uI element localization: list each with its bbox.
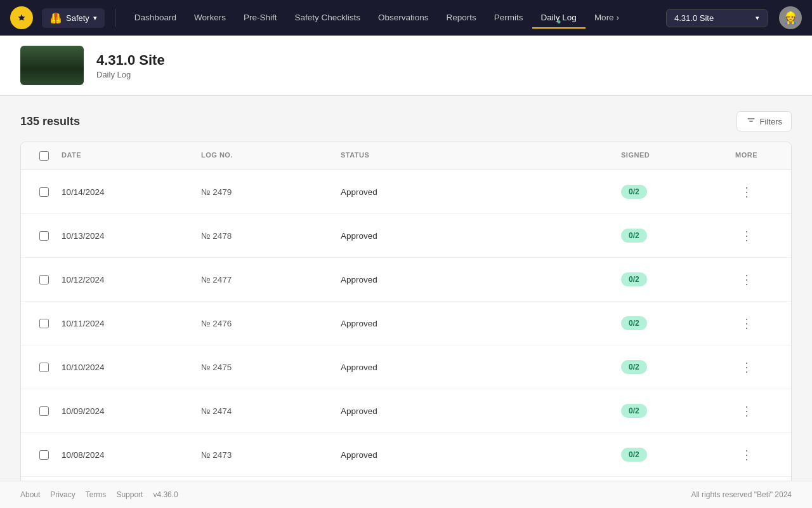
row-more-button[interactable]: ⋮: [735, 357, 758, 377]
signed-badge: 0/2: [621, 316, 647, 330]
header-signed: SIGNED: [616, 142, 730, 170]
row-signed: 0/2: [616, 305, 730, 342]
row-checkbox-cell: [31, 395, 56, 427]
header-date: DATE: [56, 142, 196, 170]
row-more-button[interactable]: ⋮: [735, 182, 758, 202]
nav-item-reports[interactable]: Reports: [438, 8, 485, 29]
nav-divider: [115, 9, 115, 27]
nav-item-dashboard[interactable]: Dashboard: [126, 8, 185, 29]
results-bar: 135 results Filters: [20, 111, 792, 131]
nav-item-more[interactable]: More ›: [586, 8, 628, 29]
site-name: 4.31.0 Site: [96, 52, 165, 69]
user-avatar[interactable]: 👷: [779, 6, 802, 29]
row-checkbox[interactable]: [39, 319, 49, 328]
footer-support[interactable]: Support: [116, 490, 143, 499]
row-status: Approved: [336, 220, 616, 252]
header-checkbox-cell: [31, 142, 56, 170]
row-more-button[interactable]: ⋮: [735, 269, 758, 290]
site-selector[interactable]: 4.31.0 Site ▾: [666, 9, 768, 27]
row-signed: 0/2: [616, 261, 730, 298]
filters-icon: [746, 116, 756, 126]
row-status: Approved: [336, 307, 616, 340]
row-signed: 0/2: [616, 173, 730, 210]
signed-badge: 0/2: [621, 229, 647, 243]
table-header: DATE LOG NO. STATUS SIGNED MORE: [21, 142, 791, 170]
site-selector-label: 4.31.0 Site: [674, 13, 714, 23]
row-date: 10/10/2024: [56, 351, 196, 384]
nav-item-observations[interactable]: Observations: [369, 8, 438, 29]
row-more-button[interactable]: ⋮: [735, 313, 758, 333]
row-more-cell: ⋮: [730, 389, 781, 432]
table-row[interactable]: 10/08/2024 № 2473 Approved 0/2 ⋮: [21, 433, 791, 477]
footer-about[interactable]: About: [20, 490, 40, 499]
row-more-cell: ⋮: [730, 345, 781, 389]
app-logo[interactable]: [10, 6, 33, 29]
site-thumbnail: [20, 46, 84, 85]
select-all-checkbox[interactable]: [39, 151, 49, 161]
module-selector[interactable]: 🦺 Safety ▾: [42, 8, 105, 28]
footer-privacy[interactable]: Privacy: [50, 490, 75, 499]
chevron-down-icon: ▾: [93, 14, 97, 22]
row-signed: 0/2: [616, 392, 730, 429]
row-checkbox[interactable]: [39, 187, 49, 197]
row-log-no: № 2473: [196, 439, 336, 471]
site-info: 4.31.0 Site Daily Log: [96, 52, 165, 79]
table-row[interactable]: 10/11/2024 № 2476 Approved 0/2 ⋮: [21, 302, 791, 345]
row-checkbox[interactable]: [39, 363, 49, 372]
row-more-button[interactable]: ⋮: [735, 225, 758, 246]
table-row[interactable]: 10/13/2024 № 2478 Approved 0/2 ⋮: [21, 214, 791, 258]
row-status: Approved: [336, 439, 616, 471]
row-status: Approved: [336, 264, 616, 296]
row-more-cell: ⋮: [730, 258, 781, 301]
signed-badge: 0/2: [621, 272, 647, 286]
header-status: STATUS: [336, 142, 616, 170]
table-row[interactable]: 10/09/2024 № 2474 Approved 0/2 ⋮: [21, 389, 791, 433]
results-count: 135 results: [20, 115, 80, 128]
row-status: Approved: [336, 395, 616, 427]
row-checkbox[interactable]: [39, 231, 49, 241]
row-checkbox[interactable]: [39, 450, 49, 460]
footer-version: v4.36.0: [153, 490, 178, 499]
nav-item-preshift[interactable]: Pre-Shift: [235, 8, 286, 29]
row-date: 10/09/2024: [56, 395, 196, 427]
row-log-no: № 2475: [196, 351, 336, 384]
nav-item-permits[interactable]: Permits: [485, 8, 532, 29]
row-log-no: № 2479: [196, 176, 336, 208]
row-checkbox[interactable]: [39, 275, 49, 284]
safety-icon: 🦺: [49, 12, 62, 24]
row-more-cell: ⋮: [730, 214, 781, 257]
table-row[interactable]: 10/12/2024 № 2477 Approved 0/2 ⋮: [21, 258, 791, 302]
header-more: MORE: [730, 142, 781, 170]
row-status: Approved: [336, 176, 616, 208]
row-signed: 0/2: [616, 436, 730, 473]
row-more-button[interactable]: ⋮: [735, 444, 758, 465]
nav-item-workers[interactable]: Workers: [185, 8, 235, 29]
row-more-button[interactable]: ⋮: [735, 401, 758, 421]
top-navigation: 🦺 Safety ▾ Dashboard Workers Pre-Shift S…: [0, 0, 812, 36]
signed-badge: 0/2: [621, 404, 647, 418]
site-thumbnail-image: [20, 46, 84, 85]
footer-terms[interactable]: Terms: [86, 490, 107, 499]
filters-label: Filters: [760, 117, 782, 126]
row-more-cell: ⋮: [730, 170, 781, 213]
row-checkbox[interactable]: [39, 406, 49, 416]
row-log-no: № 2477: [196, 264, 336, 296]
daily-log-table: DATE LOG NO. STATUS SIGNED MORE 10/14/20…: [20, 142, 792, 508]
page-footer: About Privacy Terms Support v4.36.0 All …: [0, 481, 812, 508]
table-row[interactable]: 10/14/2024 № 2479 Approved 0/2 ⋮: [21, 170, 791, 214]
row-checkbox-cell: [31, 439, 56, 471]
nav-item-daily-log[interactable]: Daily Log: [532, 8, 586, 29]
nav-item-safety-checklists[interactable]: Safety Checklists: [285, 8, 369, 29]
row-log-no: № 2474: [196, 395, 336, 427]
table-body: 10/14/2024 № 2479 Approved 0/2 ⋮ 10/13/2…: [21, 170, 791, 508]
table-row[interactable]: 10/10/2024 № 2475 Approved 0/2 ⋮: [21, 345, 791, 389]
signed-badge: 0/2: [621, 448, 647, 462]
nav-links: Dashboard Workers Pre-Shift Safety Check…: [126, 8, 661, 29]
row-more-cell: ⋮: [730, 302, 781, 345]
chevron-down-icon: ▾: [756, 14, 759, 22]
section-name: Daily Log: [96, 70, 165, 79]
row-date: 10/11/2024: [56, 307, 196, 340]
row-signed: 0/2: [616, 217, 730, 254]
active-dot: [557, 20, 560, 23]
filters-button[interactable]: Filters: [737, 111, 792, 131]
